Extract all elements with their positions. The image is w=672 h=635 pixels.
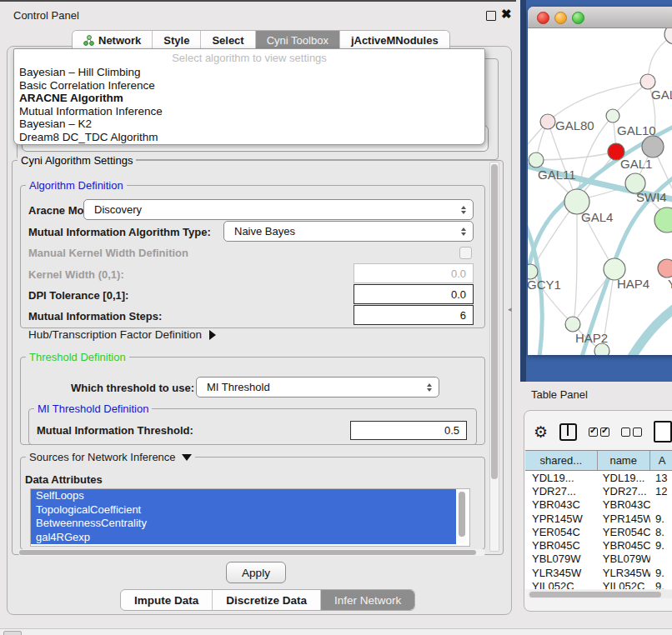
table-row[interactable]: YLR345WYLR345W9.: [525, 566, 672, 579]
tab-infer-network[interactable]: Infer Network: [321, 590, 414, 610]
float-panel-icon[interactable]: [486, 11, 496, 21]
hub-definition-expander[interactable]: Hub/Transcription Factor Definition: [28, 328, 216, 341]
show-columns-icon[interactable]: [589, 428, 609, 437]
kernel-width-field[interactable]: 0.0: [354, 263, 474, 283]
mi-type-label: Mutual Information Algorithm Type:: [28, 226, 211, 238]
algorithm-menu-item[interactable]: Bayesian – K2: [19, 118, 479, 131]
attribute-item[interactable]: SelfLoops: [31, 489, 456, 503]
algorithm-menu-item[interactable]: ARACNE Algorithm: [19, 92, 479, 105]
network-node[interactable]: [594, 343, 609, 358]
data-attributes-list[interactable]: SelfLoopsTopologicalCoefficientBetweenne…: [30, 488, 470, 547]
aracne-mode-combo[interactable]: Discovery: [83, 199, 474, 220]
algorithm-menu-item[interactable]: Dream8 DC_TDC Algorithm: [19, 131, 479, 144]
network-node[interactable]: [654, 208, 672, 232]
sources-title[interactable]: Sources for Network Inference: [26, 451, 195, 463]
apply-button[interactable]: Apply: [226, 562, 286, 583]
algorithm-menu-item[interactable]: Mutual Information Inference: [19, 105, 479, 118]
table-cell: 8.: [650, 526, 672, 538]
table-cell: YBR043C: [598, 498, 650, 511]
tab-discretize-data[interactable]: Discretize Data: [213, 590, 321, 610]
mi-threshold-label: Mutual Information Threshold:: [37, 424, 193, 437]
mi-type-value: Naive Bayes: [234, 225, 295, 238]
page-icon[interactable]: [654, 421, 672, 442]
algorithm-menu-item[interactable]: Bayesian – Hill Climbing: [19, 66, 479, 79]
table-hscrollbar-thumb[interactable]: [529, 592, 661, 598]
manual-kernel-checkbox[interactable]: [459, 247, 472, 259]
tab-select[interactable]: Select: [201, 31, 255, 50]
node-label: GAL10: [617, 123, 656, 138]
algorithm-menu: Bayesian – Hill ClimbingBasic Correlatio…: [19, 66, 479, 144]
kernel-width-value: 0.0: [451, 268, 466, 280]
table-row[interactable]: YPR145WYPR145W9.: [525, 512, 672, 525]
aracne-mode-value: Discovery: [94, 203, 142, 216]
table-cell: YPR145W: [525, 512, 598, 525]
tab-style[interactable]: Style: [153, 31, 201, 50]
docked-panel-icon[interactable]: [3, 631, 22, 635]
table-toolbar: ⚙: [534, 419, 672, 444]
cyni-bottom-tabbar: Impute DataDiscretize DataInfer Network: [120, 589, 415, 611]
tab-network[interactable]: Network: [73, 31, 153, 50]
dpi-tolerance-field[interactable]: 0.0: [354, 284, 474, 304]
data-attributes-label: Data Attributes: [25, 473, 103, 486]
network-node[interactable]: [565, 317, 580, 332]
table-cell: 13: [650, 472, 672, 484]
table-cell: 9.: [650, 539, 672, 552]
table-cell: 9.: [650, 580, 672, 589]
table-row[interactable]: YIL052CYIL052C9.: [525, 579, 672, 589]
settings-vscrollbar-thumb[interactable]: [491, 164, 498, 479]
table-cell: YDR27...: [598, 485, 650, 498]
combo-spinner-icon: [461, 228, 466, 236]
tab-label: Network: [98, 34, 141, 47]
table-row[interactable]: YBL079WYBL079W: [525, 552, 672, 566]
close-icon[interactable]: ✖: [501, 7, 512, 22]
settings-hscrollbar-thumb[interactable]: [19, 550, 476, 555]
column-header[interactable]: name: [598, 451, 650, 470]
table-row[interactable]: YBR045CYBR045C9.: [525, 538, 672, 552]
attribute-item[interactable]: TopologicalCoefficient: [31, 503, 456, 518]
hide-columns-icon[interactable]: [621, 428, 642, 437]
table-cell: YBR045C: [525, 539, 598, 552]
table-header-row: shared...nameA: [525, 450, 672, 471]
mi-threshold-value: 0.5: [444, 424, 459, 437]
attribute-item[interactable]: gal4RGexp: [31, 531, 456, 545]
tab-cyni-toolbox[interactable]: Cyni Toolbox: [256, 31, 340, 50]
mi-steps-value: 6: [460, 309, 466, 322]
network-canvas[interactable]: GALGAL80GAL10GAL1GAL11SWI4GAL4GCY1HAP4YH…: [520, 0, 672, 382]
column-header[interactable]: shared...: [525, 451, 598, 470]
attributes-scrollbar-thumb[interactable]: [459, 492, 465, 537]
table-cell: YPR145W: [598, 512, 650, 525]
mi-type-combo[interactable]: Naive Bayes: [223, 221, 474, 242]
gear-icon[interactable]: ⚙: [534, 424, 548, 440]
table-cell: YLR345W: [525, 567, 598, 579]
network-node[interactable]: [529, 152, 544, 168]
network-edge: [536, 153, 609, 160]
attribute-item[interactable]: BetweennessCentrality: [31, 517, 456, 531]
network-node[interactable]: [540, 114, 555, 129]
network-node[interactable]: [642, 136, 664, 158]
window-top-border: [0, 0, 516, 2]
which-threshold-combo[interactable]: MI Threshold: [196, 377, 439, 398]
mi-threshold-field[interactable]: 0.5: [350, 421, 467, 440]
table-cell: YBR043C: [525, 498, 598, 511]
table-row[interactable]: YBR043CYBR043C: [525, 498, 672, 512]
threshold-definition-title: Threshold Definition: [26, 351, 129, 363]
column-header[interactable]: A: [650, 451, 672, 470]
network-node[interactable]: [658, 259, 672, 278]
table-row[interactable]: YER054CYER054C8.: [525, 525, 672, 538]
combo-spinner-icon: [461, 206, 466, 214]
table-cell: YBL079W: [525, 552, 598, 565]
dpi-tolerance-label: DPI Tolerance [0,1]:: [28, 289, 128, 302]
splitter-handle[interactable]: ◂: [508, 305, 512, 313]
algorithm-menu-item[interactable]: Basic Correlation Inference: [19, 79, 479, 92]
node-label: GAL80: [555, 118, 594, 132]
tab-jactivemnodules[interactable]: jActiveMNodules: [340, 31, 449, 50]
column-browser-icon[interactable]: [559, 423, 577, 441]
table-cell: YLR345W: [598, 567, 650, 579]
table-row[interactable]: YDR27...YDR27...12: [525, 484, 672, 498]
mi-steps-field[interactable]: 6: [354, 305, 474, 325]
node-label: SWI4: [636, 190, 667, 204]
node-label: GAL1: [620, 157, 652, 171]
network-node[interactable]: [606, 109, 619, 122]
tab-impute-data[interactable]: Impute Data: [121, 590, 213, 610]
table-row[interactable]: YDL19...YDL19...13: [525, 471, 672, 484]
